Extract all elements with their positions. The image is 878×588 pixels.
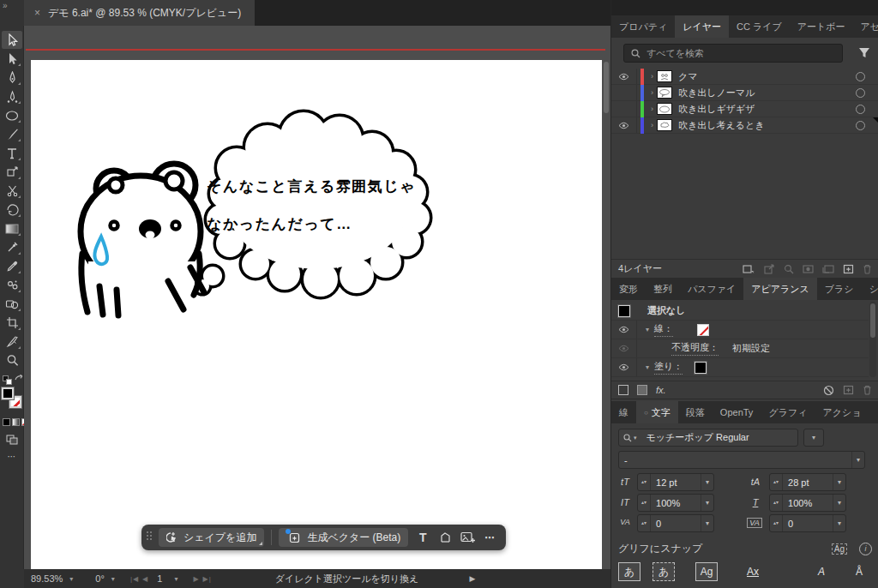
font-size-stepper[interactable]: ▴▾ xyxy=(638,474,651,490)
contextual-task-bar[interactable]: シェイプを追加 生成ベクター (Beta) T ⋯ xyxy=(141,525,506,550)
fill-label[interactable]: 塗り： xyxy=(654,360,683,375)
expand-chevron-icon[interactable]: › xyxy=(651,72,653,81)
nav-last-icon[interactable]: ▶| xyxy=(203,575,212,583)
visibility-toggle[interactable] xyxy=(611,69,637,84)
font-search-icon[interactable]: ▾ xyxy=(619,434,641,442)
zoom-dropdown-icon[interactable]: ▾ xyxy=(69,575,73,583)
leading-field[interactable]: ▴▾ 28 pt ▾ xyxy=(769,473,846,491)
appearance-stroke-row[interactable]: ▾ 線： xyxy=(611,321,869,339)
ring-style-button[interactable]: Å xyxy=(848,562,870,581)
tab-layers[interactable]: レイヤー xyxy=(675,15,729,38)
chevron-down-icon[interactable]: ▾ xyxy=(701,495,713,511)
fill-swatch-black[interactable] xyxy=(2,387,14,399)
canvas-vertical-scrollbar[interactable] xyxy=(603,55,610,535)
nav-next-icon[interactable]: ▶ xyxy=(193,575,199,583)
curvature-tool[interactable] xyxy=(2,87,22,105)
tab-links[interactable]: リンク xyxy=(869,401,878,423)
toolbar-collapse-icon[interactable]: » xyxy=(0,0,24,26)
new-sublayer-icon[interactable] xyxy=(822,264,834,274)
tab-cc-libraries[interactable]: CC ライブ xyxy=(729,15,790,38)
tab-symbols[interactable]: シンボル xyxy=(862,278,878,300)
clear-appearance-icon[interactable] xyxy=(823,385,834,396)
font-family-value[interactable]: モッチーポップ Regular xyxy=(641,431,797,444)
layer-name[interactable]: 吹き出し考えるとき xyxy=(678,119,765,132)
tracking-value[interactable]: 0 xyxy=(783,519,833,529)
layer-thumbnail[interactable] xyxy=(657,70,672,82)
collect-for-export-icon[interactable] xyxy=(743,264,755,274)
stroke-expand-icon[interactable]: ▾ xyxy=(646,326,649,333)
direct-selection-tool[interactable] xyxy=(2,50,22,68)
layer-row-fukidashi-kangaeru[interactable]: › 吹き出し考えるとき xyxy=(611,117,878,134)
stroke-color-swatch-none[interactable] xyxy=(697,324,709,336)
canvas-area[interactable]: そんなこと言える雰囲気じゃ なかったんだって… シェイプを追加 生成ベクター (… xyxy=(24,26,610,569)
vertical-scale-value[interactable]: 100% xyxy=(651,498,701,508)
layer-thumbnail[interactable] xyxy=(657,87,672,99)
blend-tool[interactable] xyxy=(2,276,22,294)
layer-name[interactable]: 吹き出しノーマル xyxy=(678,87,755,99)
new-fill-icon[interactable] xyxy=(637,385,647,395)
font-family-dropdown-button[interactable]: ▾ xyxy=(803,429,824,447)
horizontal-scale-stepper[interactable]: ▴▾ xyxy=(770,495,783,511)
nav-first-icon[interactable]: |◀ xyxy=(130,575,139,583)
appearance-scrollbar[interactable] xyxy=(869,302,876,377)
layer-target-circle[interactable] xyxy=(856,88,865,98)
kerning-field[interactable]: ▴▾ 0 ▾ xyxy=(637,514,714,532)
shape-builder-tool[interactable] xyxy=(2,295,22,313)
visibility-toggle[interactable] xyxy=(611,85,637,100)
kerning-stepper[interactable]: ▴▾ xyxy=(638,515,651,531)
eyedropper-tool[interactable] xyxy=(2,257,22,275)
layer-row-fukidashi-gizagiza[interactable]: › 吹き出しギザギザ xyxy=(611,101,878,117)
tab-properties[interactable]: プロパティ xyxy=(611,15,675,38)
gradient-tool[interactable] xyxy=(2,219,22,237)
delete-layer-icon[interactable] xyxy=(863,264,872,274)
font-size-value[interactable]: 12 pt xyxy=(651,477,701,488)
ellipse-tool[interactable] xyxy=(2,106,22,124)
draw-mode-button[interactable] xyxy=(2,430,22,448)
tab-opentype[interactable]: OpenTy xyxy=(713,401,761,423)
pen-tool[interactable] xyxy=(2,69,22,87)
layer-target-circle[interactable] xyxy=(856,121,865,130)
tab-align[interactable]: 整列 xyxy=(646,278,680,300)
opacity-visibility-toggle[interactable] xyxy=(611,339,637,357)
tate-chu-yoko-button[interactable]: あ xyxy=(652,562,675,581)
chevron-down-icon[interactable]: ▾ xyxy=(833,474,845,490)
appearance-opacity-row[interactable]: 不透明度： 初期設定 xyxy=(611,339,869,358)
tab-brushes[interactable]: ブラシ xyxy=(817,278,862,300)
tab-glyphs[interactable]: グラフィ xyxy=(761,401,815,423)
expand-chevron-icon[interactable]: › xyxy=(651,105,653,113)
type-tool[interactable] xyxy=(2,144,22,162)
artboard-number[interactable]: 1 xyxy=(157,573,162,584)
chevron-down-icon[interactable]: ▾ xyxy=(701,474,713,490)
kerning-value[interactable]: 0 xyxy=(651,519,701,529)
rotation-dropdown-icon[interactable]: ▾ xyxy=(111,575,115,583)
layer-thumbnail[interactable] xyxy=(657,103,672,115)
nav-prev-icon[interactable]: ◀ xyxy=(142,575,148,583)
taskbar-image-button[interactable] xyxy=(460,530,475,545)
stroke-visibility-toggle[interactable] xyxy=(611,321,637,339)
rotate-tool[interactable] xyxy=(2,238,22,256)
add-effect-icon[interactable]: fx. xyxy=(656,385,666,395)
scissors-tool[interactable] xyxy=(2,182,22,200)
layer-target-circle[interactable] xyxy=(856,72,865,81)
status-play-icon[interactable]: ▶ xyxy=(469,574,475,583)
delete-item-icon[interactable] xyxy=(863,385,872,395)
artboard[interactable]: そんなこと言える雰囲気じゃ なかったんだって… xyxy=(31,60,602,569)
chevron-down-icon[interactable]: ▾ xyxy=(833,495,845,511)
fill-color-swatch[interactable] xyxy=(695,362,707,374)
clipping-mask-icon[interactable] xyxy=(803,264,814,274)
tab-stroke[interactable]: 線 xyxy=(611,401,636,423)
new-stroke-icon[interactable] xyxy=(618,385,628,395)
italic-style-button[interactable]: A xyxy=(810,562,833,581)
rotate-view-tool[interactable] xyxy=(2,201,22,219)
chevron-down-icon[interactable]: ▾ xyxy=(701,515,713,531)
chevron-down-icon[interactable]: ▾ xyxy=(833,515,845,531)
edit-toolbar-button[interactable]: ⋯ xyxy=(2,447,22,465)
gradient-mode-button[interactable] xyxy=(12,418,20,426)
kinsoku-button[interactable]: あ xyxy=(618,562,640,581)
taskbar-type-button[interactable]: T xyxy=(415,530,430,545)
duplicate-item-icon[interactable] xyxy=(843,385,854,395)
info-icon[interactable]: i xyxy=(859,543,872,555)
zoom-level[interactable]: 89.53% xyxy=(31,573,63,584)
expand-chevron-icon[interactable]: › xyxy=(651,121,653,129)
tab-character[interactable]: ○ 文字 xyxy=(636,401,678,423)
